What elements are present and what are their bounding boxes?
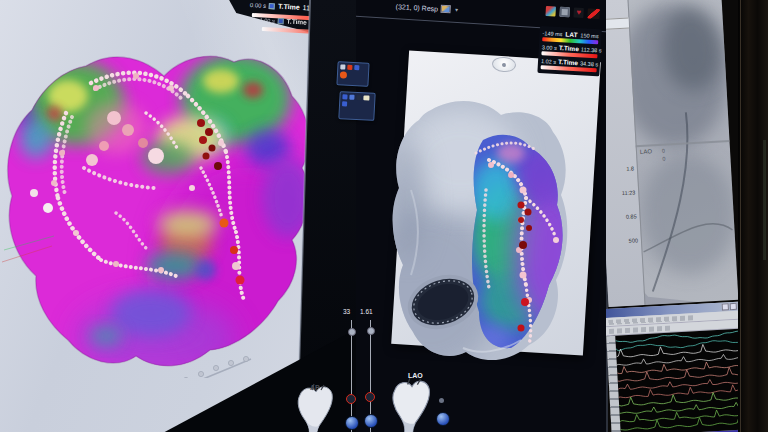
mini-toolbar-2[interactable] (338, 91, 375, 121)
fluoroscopy-viewer[interactable]: 1.8 11:23 0.85 500 LAO 0 0 (606, 0, 738, 307)
left-electroanatomical-map[interactable] (0, 18, 326, 378)
ecg-recording-window[interactable] (606, 301, 754, 432)
scale-min: 0.00 s (250, 1, 267, 8)
slider-handle[interactable] (348, 328, 356, 336)
slider-value: 33 (343, 308, 350, 315)
lat-min: -149 ms (542, 30, 562, 37)
sidebar-highlight-row[interactable] (606, 17, 629, 30)
tool-button[interactable] (354, 65, 359, 70)
frame-counter: 0 (662, 148, 665, 154)
tool-button[interactable] (347, 65, 352, 70)
sidebar-value: 11:23 (622, 189, 636, 196)
chevron-down-icon: ▼ (454, 6, 459, 12)
tool-button[interactable] (349, 95, 354, 100)
record-button[interactable] (340, 71, 347, 78)
map-toolbar: ♥ (545, 6, 599, 19)
slider-handle[interactable] (367, 327, 375, 335)
handle-dot[interactable] (439, 398, 444, 403)
color-scale-panel: -149 ms LAT 150 ms 3.00 s T.Time 112.38 … (537, 26, 602, 76)
tool-button[interactable] (363, 95, 369, 100)
disconnect-icon[interactable] (587, 8, 600, 19)
inter-monitor-controls: 33 1.61 (300, 0, 418, 432)
scale-min: 3.00 s (542, 44, 557, 51)
scale-label: T.Time (558, 58, 578, 66)
pin-dot (502, 62, 506, 66)
ecg-traces (615, 329, 746, 432)
lat-max: 150 ms (580, 32, 598, 39)
maximize-icon[interactable] (730, 303, 737, 310)
scale-min: 1.02 s (541, 58, 556, 65)
ttime-icon (278, 18, 284, 24)
control-button[interactable] (364, 414, 378, 428)
slider-handle-ring[interactable] (365, 392, 375, 402)
scale-min: 1.00 s (260, 16, 275, 23)
lat-label: LAT (565, 30, 578, 38)
ttime-icon (269, 3, 275, 9)
tool-button[interactable] (342, 94, 347, 99)
sidebar-value: 500 (629, 237, 639, 244)
sidebar-value: 1.8 (626, 165, 634, 171)
scale-max: 112.38 s (581, 46, 602, 53)
monitor-bezel (738, 0, 768, 432)
tool-button[interactable] (356, 95, 361, 100)
sidebar-value: 0.85 (626, 213, 637, 220)
slider-handle-ring[interactable] (346, 394, 356, 404)
ecg-plot-area (606, 328, 753, 432)
heart-tool-icon[interactable]: ♥ (573, 8, 584, 19)
minimize-icon[interactable] (722, 303, 729, 310)
frame-counter: 0 (662, 156, 665, 162)
fluoro-ecg-monitor: 1.8 11:23 0.85 500 LAO 0 0 (606, 0, 768, 432)
respiration-icon (441, 5, 451, 14)
control-button[interactable] (345, 416, 359, 430)
slider-value: 1.61 (360, 308, 373, 315)
fluoro-view-label: LAO (640, 148, 652, 155)
scale-max: 34.38 s (580, 60, 598, 67)
tool-button[interactable] (342, 101, 347, 106)
map-action-button[interactable] (436, 412, 450, 426)
patient-icon[interactable] (545, 6, 556, 17)
scale-label: T.Time (278, 3, 300, 11)
archive-icon[interactable] (559, 7, 570, 18)
tool-button[interactable] (340, 64, 345, 69)
mini-toolbar-1[interactable] (336, 61, 369, 87)
scale-label: T.Time (559, 44, 579, 52)
